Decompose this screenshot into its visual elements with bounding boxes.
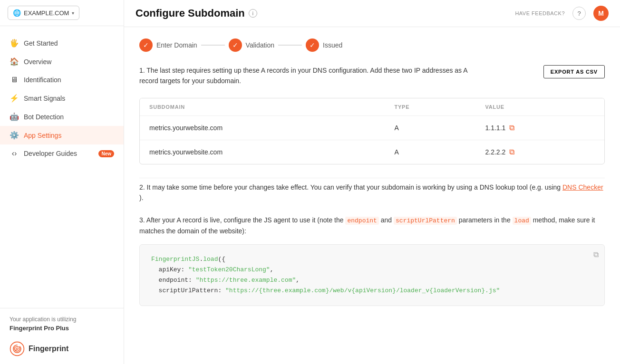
robot-icon: 🤖	[10, 112, 19, 121]
step-enter-domain: ✓ Enter Domain	[139, 38, 197, 52]
sidebar-item-overview[interactable]: 🏠 Overview	[0, 52, 124, 71]
dns-subdomain-2: metrics.yourwebsite.com	[140, 140, 385, 164]
code-line-1: FingerprintJS.load({	[151, 254, 593, 265]
sidebar-item-label: Get Started	[24, 39, 58, 47]
copy-icon[interactable]: ⧉	[509, 124, 514, 132]
dns-value-2: 2.2.2.2 ⧉	[476, 140, 605, 164]
sidebar-item-identification[interactable]: 🖥 Identification	[0, 71, 124, 89]
globe-icon: 🌐	[13, 9, 21, 17]
sidebar-item-label: Developer Guides	[24, 150, 77, 157]
step-check-icon: ✓	[139, 38, 153, 52]
sidebar-item-smart-signals[interactable]: ⚡ Smart Signals	[0, 89, 124, 107]
step3-section: 3. After your A record is live, configur…	[139, 215, 605, 307]
main-content: Configure Subdomain i HAVE FEEDBACK? ? M…	[124, 0, 620, 364]
dns-checker-link[interactable]: DNS Checker	[562, 183, 603, 191]
content-area: ✓ Enter Domain ✓ Validation ✓ Issued 1. …	[124, 27, 620, 364]
step-issued: ✓ Issued	[306, 38, 342, 52]
svg-point-0	[10, 342, 24, 356]
col-value: VALUE	[476, 98, 605, 116]
step-validation: ✓ Validation	[229, 38, 274, 52]
gear-icon: ⚙️	[10, 131, 19, 140]
step1-description: 1. The last step requires setting up the…	[139, 65, 472, 86]
copy-code-button[interactable]: ⧉	[593, 250, 599, 259]
step-label: Issued	[323, 41, 342, 49]
plan-notice: Your application is utilizing	[10, 316, 114, 323]
step2-text: 2. It may take some time before your cha…	[139, 182, 605, 203]
info-icon[interactable]: i	[249, 9, 257, 18]
export-csv-button[interactable]: EXPORT AS CSV	[543, 65, 605, 78]
sidebar-item-app-settings[interactable]: ⚙️ App Settings	[0, 126, 124, 144]
sidebar-nav: 🖐 Get Started 🏠 Overview 🖥 Identificatio…	[0, 26, 124, 308]
fingerprint-brand: Fingerprint	[10, 341, 114, 356]
code-icon: ‹›	[10, 149, 19, 158]
stepper: ✓ Enter Domain ✓ Validation ✓ Issued	[139, 38, 605, 52]
dns-value-1: 1.1.1.1 ⧉	[476, 115, 605, 140]
brand-text: Fingerprint	[29, 345, 68, 353]
sidebar-item-bot-detection[interactable]: 🤖 Bot Detection	[0, 107, 124, 126]
new-badge: New	[98, 150, 114, 157]
help-icon[interactable]: ?	[572, 7, 586, 20]
sidebar-item-label: Bot Detection	[24, 113, 64, 121]
col-subdomain: SUBDOMAIN	[140, 98, 385, 116]
table-row: metrics.yourwebsite.com A 2.2.2.2 ⧉	[140, 140, 604, 164]
topbar-right: HAVE FEEDBACK? ? M	[515, 6, 609, 21]
domain-name: EXAMPLE.COM	[24, 10, 69, 17]
step2-text-before: 2. It may take some time before your cha…	[139, 183, 561, 191]
topbar: Configure Subdomain i HAVE FEEDBACK? ? M	[124, 0, 620, 27]
step-label: Enter Domain	[156, 41, 197, 49]
code-line-3: endpoint: "https://three.example.com",	[151, 275, 593, 286]
domain-selector[interactable]: 🌐 EXAMPLE.COM ▾	[8, 6, 79, 20]
sidebar: 🌐 EXAMPLE.COM ▾ 🖐 Get Started 🏠 Overview…	[0, 0, 124, 364]
step-check-icon: ✓	[306, 38, 319, 52]
endpoint-param: endpoint	[345, 217, 378, 225]
feedback-text: HAVE FEEDBACK?	[515, 10, 565, 16]
col-type: TYPE	[385, 98, 475, 116]
step-label: Validation	[246, 41, 274, 49]
code-block: ⧉ FingerprintJS.load({ apiKey: "testToke…	[139, 244, 605, 306]
bolt-icon: ⚡	[10, 94, 19, 103]
dns-type-2: A	[385, 140, 475, 164]
sidebar-item-label: Identification	[24, 76, 61, 84]
sidebar-header: 🌐 EXAMPLE.COM ▾	[0, 0, 124, 26]
load-param: load	[513, 217, 531, 225]
chevron-down-icon: ▾	[72, 10, 74, 16]
step1-section: 1. The last step requires setting up the…	[139, 65, 605, 86]
code-line-4: scriptUrlPattern: "https://{three.exampl…	[151, 286, 593, 296]
dns-table-container: SUBDOMAIN TYPE VALUE metrics.yourwebsite…	[139, 98, 605, 164]
fingerprint-icon: 🖐	[10, 38, 19, 48]
dns-type-1: A	[385, 115, 475, 140]
plan-name: Fingerprint Pro Plus	[10, 325, 114, 332]
sidebar-footer: Your application is utilizing Fingerprin…	[0, 308, 124, 364]
step3-text: 3. After your A record is live, configur…	[139, 215, 605, 237]
avatar[interactable]: M	[593, 6, 609, 21]
script-url-param: scriptUrlPattern	[394, 217, 457, 225]
step-line-1	[201, 45, 225, 46]
sidebar-item-label: App Settings	[24, 132, 61, 139]
dns-subdomain-1: metrics.yourwebsite.com	[140, 115, 385, 140]
sidebar-item-label: Overview	[24, 58, 51, 66]
page-title: Configure Subdomain i	[136, 7, 257, 19]
sidebar-item-label: Smart Signals	[24, 95, 65, 102]
copy-icon[interactable]: ⧉	[509, 148, 514, 156]
home-icon: 🏠	[10, 57, 19, 66]
step-check-icon: ✓	[229, 38, 242, 52]
code-line-2: apiKey: "testToken20CharsLong",	[151, 265, 593, 275]
monitor-icon: 🖥	[10, 76, 19, 84]
sidebar-item-get-started[interactable]: 🖐 Get Started	[0, 34, 124, 52]
dns-table: SUBDOMAIN TYPE VALUE metrics.yourwebsite…	[140, 98, 604, 164]
step3-text-before: 3. After your A record is live, configur…	[139, 216, 344, 224]
sidebar-item-developer-guides[interactable]: ‹› Developer Guides New	[0, 144, 124, 163]
fingerprint-logo-icon	[10, 341, 25, 356]
step-line-2	[278, 45, 302, 46]
step2-text-after: ).	[139, 194, 144, 201]
table-row: metrics.yourwebsite.com A 1.1.1.1 ⧉	[140, 115, 604, 140]
page-title-text: Configure Subdomain	[136, 7, 245, 19]
step2-section: 2. It may take some time before your cha…	[139, 178, 605, 203]
